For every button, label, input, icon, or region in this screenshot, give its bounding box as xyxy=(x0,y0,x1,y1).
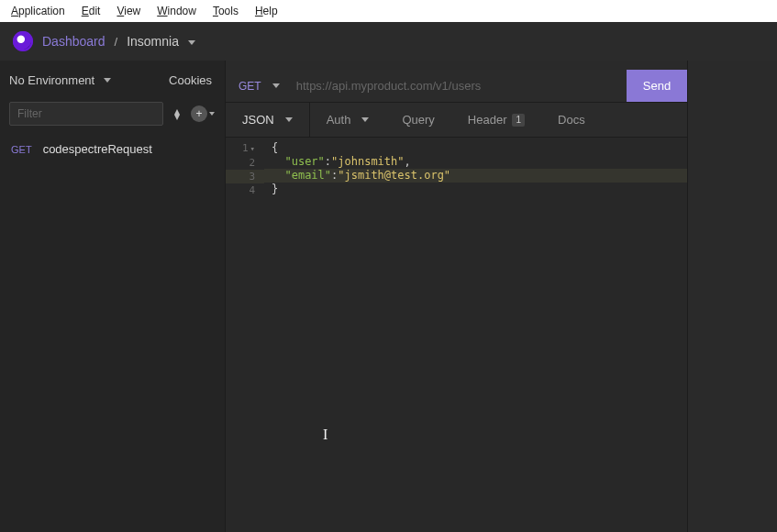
method-dropdown[interactable]: GET xyxy=(226,70,293,102)
menu-help[interactable]: Help xyxy=(248,3,285,19)
chevron-down-icon xyxy=(188,40,195,45)
breadcrumb-root[interactable]: Dashboard xyxy=(42,34,105,49)
request-name-label: codespectreRequest xyxy=(43,142,152,156)
url-input[interactable] xyxy=(293,70,627,102)
chevron-down-icon xyxy=(285,117,293,122)
request-panel: GET Send JSON Auth Query xyxy=(226,61,688,532)
sort-icon[interactable]: ▴▾ xyxy=(174,108,180,119)
tab-auth[interactable]: Auth xyxy=(310,103,386,137)
tab-body[interactable]: JSON xyxy=(226,103,310,137)
menu-tools[interactable]: Tools xyxy=(205,3,246,19)
menu-edit[interactable]: Edit xyxy=(74,3,108,19)
main-area: GET Send JSON Auth Query xyxy=(226,61,777,532)
os-menubar: Application Edit View Window Tools Help xyxy=(0,0,777,22)
menu-view[interactable]: View xyxy=(109,3,148,19)
filter-input[interactable] xyxy=(9,102,163,126)
editor-gutter: 1▾ 2 3 4 xyxy=(226,138,264,532)
chevron-down-icon xyxy=(361,117,369,122)
request-tabs: JSON Auth Query Header 1 Docs xyxy=(226,103,687,138)
cookies-button[interactable]: Cookies xyxy=(169,73,212,87)
tab-header[interactable]: Header 1 xyxy=(451,103,541,137)
body-editor[interactable]: 1▾ 2 3 4 { "user":"johnsmith", "email":"… xyxy=(226,138,687,532)
menu-application[interactable]: Application xyxy=(4,3,72,19)
tab-docs[interactable]: Docs xyxy=(541,103,602,137)
request-method-label: GET xyxy=(11,144,32,155)
environment-dropdown[interactable]: No Environment xyxy=(9,73,111,87)
sidebar-tools: ▴▾ + xyxy=(0,96,225,135)
tab-query[interactable]: Query xyxy=(385,103,450,137)
app-header: Dashboard / Insomnia xyxy=(0,22,777,61)
response-panel xyxy=(688,61,777,532)
sidebar-top-row: No Environment Cookies xyxy=(0,61,225,96)
app-logo-icon xyxy=(13,31,33,51)
breadcrumb-sep: / xyxy=(115,35,118,49)
url-bar: GET Send xyxy=(226,70,687,103)
editor-code[interactable]: { "user":"johnsmith", "email":"jsmith@te… xyxy=(264,138,687,200)
app-root: Application Edit View Window Tools Help … xyxy=(0,0,777,532)
chevron-down-icon xyxy=(104,78,111,83)
request-list-item[interactable]: GET codespectreRequest xyxy=(0,135,225,163)
menu-window[interactable]: Window xyxy=(150,3,204,19)
header-count-badge: 1 xyxy=(512,114,525,127)
workspace: No Environment Cookies ▴▾ + GET codespec… xyxy=(0,61,777,532)
add-request-button[interactable]: + xyxy=(191,105,207,122)
sidebar: No Environment Cookies ▴▾ + GET codespec… xyxy=(0,61,226,532)
send-button[interactable]: Send xyxy=(627,70,687,102)
chevron-down-icon xyxy=(272,83,280,88)
breadcrumb-current[interactable]: Insomnia xyxy=(127,34,194,49)
